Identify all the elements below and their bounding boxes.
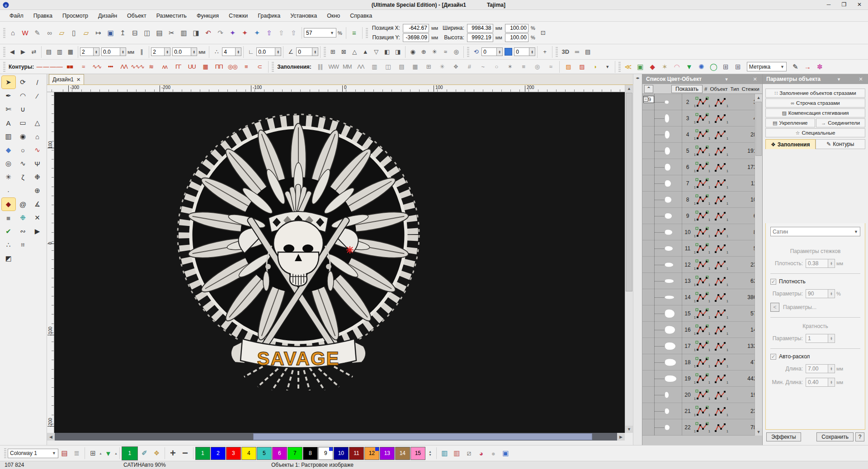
- tshirt-icon[interactable]: ▼: [683, 61, 695, 73]
- spool-icon[interactable]: ▣: [500, 447, 512, 459]
- color-object-row[interactable]: 3 11 1 42: [642, 110, 762, 127]
- perspective-icon[interactable]: ⊠: [338, 47, 349, 57]
- menu-item[interactable]: Просмотр: [57, 10, 93, 22]
- stitch-ghost-icon[interactable]: ⇧: [275, 27, 288, 39]
- tool-stone-fill[interactable]: ◆: [2, 198, 15, 211]
- thread-chart-icon[interactable]: ▥: [439, 447, 451, 459]
- peak-fill-icon[interactable]: ΛΛ: [354, 61, 368, 72]
- ring-fill-icon[interactable]: ○: [490, 61, 503, 72]
- align-left-icon[interactable]: ▤: [43, 47, 54, 57]
- tab-fills[interactable]: ❖Заполнения: [765, 139, 816, 149]
- beads-icon[interactable]: ✺: [695, 61, 708, 73]
- tool-angle[interactable]: ∡: [31, 198, 44, 211]
- stitch-up-icon[interactable]: ⇧: [263, 27, 275, 39]
- align-right-icon[interactable]: ▦: [65, 47, 76, 57]
- pin-icon[interactable]: ▾: [723, 76, 730, 82]
- color-swatch[interactable]: 11: [349, 447, 364, 460]
- units-select[interactable]: Метрика▼: [747, 62, 787, 71]
- group-node[interactable]: 9: [643, 96, 654, 103]
- undo-icon[interactable]: ↶: [202, 27, 214, 39]
- swatch-spinner[interactable]: ▲▼: [429, 450, 432, 456]
- tool-house[interactable]: ⌂: [31, 130, 44, 143]
- rhinestone-fill-button[interactable]: ∷Заполнение объектов стразами: [765, 89, 865, 98]
- density-checkbox[interactable]: ✓: [770, 279, 776, 285]
- color-object-row[interactable]: 4 11 1 282: [642, 127, 762, 143]
- globe-icon[interactable]: ◎: [451, 47, 462, 57]
- grid-count-input[interactable]: [224, 49, 234, 55]
- menu-item[interactable]: Справка: [345, 10, 377, 22]
- gear-fill-icon[interactable]: ✳: [435, 61, 449, 72]
- link-icon[interactable]: ∞: [43, 27, 56, 39]
- tool-bezier[interactable]: ✒: [2, 89, 15, 102]
- send-machine-icon[interactable]: ✦: [226, 27, 239, 39]
- list-scrollbar[interactable]: ▲ ▼: [755, 94, 762, 436]
- pattern-fill-icon[interactable]: ▨: [575, 61, 589, 72]
- zoom-select[interactable]: ▼: [304, 28, 336, 38]
- color-object-row[interactable]: 10 11 1 83: [642, 224, 762, 240]
- close-panel-icon[interactable]: ✕: [751, 76, 759, 82]
- tool-circle[interactable]: ◉: [16, 130, 30, 143]
- tool-measure[interactable]: /: [31, 76, 44, 89]
- color-object-row[interactable]: 14 11 1 3862: [642, 289, 762, 305]
- spiral-fill-icon[interactable]: ◎: [530, 61, 544, 72]
- length-input[interactable]: 7.00: [806, 364, 828, 373]
- color-object-row[interactable]: 8 11 1 104: [642, 192, 762, 208]
- no-color-icon[interactable]: ⧄: [463, 447, 475, 459]
- tab-close-icon[interactable]: ✕: [76, 77, 80, 83]
- maximize-button[interactable]: ❐: [836, 0, 852, 9]
- tool-check[interactable]: ✔: [2, 225, 15, 238]
- color-swatch[interactable]: 5: [257, 447, 272, 460]
- tool-close-shape[interactable]: ✕: [31, 211, 44, 224]
- print-preview-icon[interactable]: ◫: [141, 27, 153, 39]
- tool-play[interactable]: ▶: [31, 225, 44, 238]
- color-object-row[interactable]: 16 11 1 140: [642, 322, 762, 338]
- tool-gray-square[interactable]: ■: [2, 211, 15, 224]
- print-icon[interactable]: ⊟: [129, 27, 141, 39]
- menu-item[interactable]: Функция: [192, 10, 224, 22]
- triangle-down-icon[interactable]: ▽: [371, 47, 382, 57]
- corner-input[interactable]: [258, 49, 274, 55]
- horizontal-scroll-thumb[interactable]: [253, 433, 592, 440]
- color-object-row[interactable]: 15 11 1 574: [642, 305, 762, 322]
- close-button[interactable]: ✕: [852, 0, 867, 9]
- gradient-fill-icon[interactable]: ▨: [561, 61, 575, 72]
- params-collapse-button[interactable]: <: [770, 303, 779, 312]
- panel-splitter[interactable]: ◂▸: [633, 74, 642, 445]
- burst-icon[interactable]: ✳: [429, 47, 440, 57]
- ripple-fill-icon[interactable]: ≈: [544, 61, 557, 72]
- colorway-select[interactable]: Colorway 1▼: [8, 449, 58, 458]
- row-fill-icon[interactable]: ▤: [395, 61, 408, 72]
- copy-icon[interactable]: ▥: [178, 27, 190, 39]
- tool-branch[interactable]: Ψ: [31, 157, 44, 170]
- color-swatch[interactable]: 13: [380, 447, 395, 460]
- grid-lines-icon[interactable]: ⊞: [732, 61, 744, 73]
- color-swatch[interactable]: 7: [288, 447, 302, 460]
- color-swatch[interactable]: 6: [272, 447, 287, 460]
- brand-icon[interactable]: W: [19, 27, 31, 39]
- color-object-row[interactable]: 21 11 1 234: [642, 403, 762, 419]
- autosplit-checkbox[interactable]: ✓: [770, 354, 776, 360]
- rings-icon[interactable]: ◉: [407, 47, 418, 57]
- tab-contours[interactable]: ✎Контуры: [816, 139, 866, 149]
- more-styles-icon[interactable]: ▼: [602, 62, 613, 72]
- tool-line-node[interactable]: ∕: [31, 89, 44, 102]
- tool-corner-box[interactable]: ◩: [2, 252, 15, 265]
- view-3d-icon[interactable]: 3D: [559, 46, 571, 58]
- color-swatch[interactable]: 9: [318, 447, 333, 460]
- color-swatch[interactable]: 14: [395, 447, 410, 460]
- pin-icon[interactable]: ▾: [835, 76, 843, 82]
- menu-item[interactable]: Объект: [122, 10, 151, 22]
- menu-item[interactable]: Графика: [253, 10, 285, 22]
- flower-icon[interactable]: ✽: [814, 61, 826, 73]
- rows-input[interactable]: [153, 49, 163, 55]
- satin-fill-icon[interactable]: ∥∥: [313, 61, 327, 72]
- menu-item[interactable]: Окно: [322, 10, 345, 22]
- horizontal-scrollbar[interactable]: ◀ ▶: [47, 433, 625, 441]
- lock-ratio-icon[interactable]: ⊡: [537, 27, 549, 39]
- wave-fill-icon[interactable]: WW: [327, 61, 340, 72]
- menu-item[interactable]: Файл: [5, 10, 28, 22]
- tool-text[interactable]: A: [2, 117, 15, 129]
- menu-item[interactable]: Дизайн: [93, 10, 122, 22]
- tool-node-edit[interactable]: ⟳: [16, 76, 30, 89]
- wave-gray-icon[interactable]: ≋: [144, 61, 158, 72]
